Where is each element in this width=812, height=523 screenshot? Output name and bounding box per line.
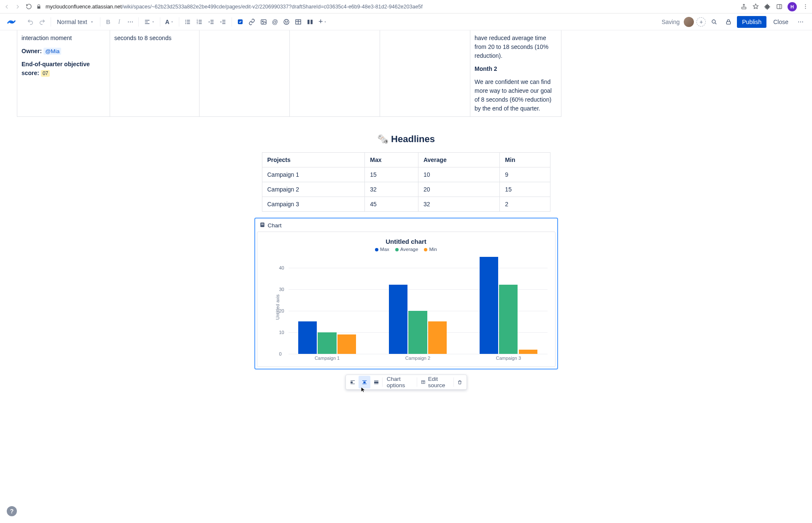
bar: [298, 321, 317, 354]
table-button[interactable]: [292, 16, 304, 28]
text-style-label: Normal text: [57, 19, 87, 25]
svg-rect-43: [261, 224, 264, 225]
svg-rect-49: [362, 384, 367, 384]
table-icon: [421, 379, 425, 385]
table-row[interactable]: Campaign 115109: [262, 167, 550, 182]
close-button[interactable]: Close: [769, 16, 793, 28]
chart-floating-toolbar: Chart options Edit source: [345, 375, 467, 390]
star-icon[interactable]: [752, 3, 759, 10]
legend-item: Average: [395, 247, 418, 252]
text-style-dropdown[interactable]: Normal text: [54, 17, 97, 27]
insert-dropdown[interactable]: +: [316, 16, 330, 28]
align-left-button[interactable]: [347, 376, 359, 388]
svg-rect-40: [727, 22, 731, 24]
svg-rect-14: [187, 23, 190, 24]
bar: [318, 332, 336, 354]
svg-rect-44: [351, 380, 355, 381]
align-dropdown[interactable]: [141, 16, 157, 28]
svg-rect-47: [362, 380, 367, 381]
svg-point-38: [712, 20, 715, 23]
mention-button[interactable]: @: [270, 16, 281, 28]
table-header: Min: [500, 153, 550, 167]
align-center-button[interactable]: [359, 376, 370, 388]
confluence-logo[interactable]: [6, 16, 17, 27]
indent-button[interactable]: [217, 16, 229, 28]
address-bar[interactable]: mycloudconfluence.atlassian.net/wiki/spa…: [35, 3, 737, 10]
search-button[interactable]: [708, 16, 720, 28]
empty-cell-2[interactable]: [290, 30, 380, 117]
align-wide-button[interactable]: [370, 376, 382, 388]
sidepanel-icon[interactable]: [776, 3, 782, 10]
svg-rect-50: [374, 380, 378, 381]
number-list-button[interactable]: 123: [194, 16, 205, 28]
emoji-button[interactable]: [281, 16, 292, 28]
url-path: /wiki/spaces/~62b23d2533a882e2be499cde/p…: [122, 4, 423, 10]
delete-button[interactable]: [454, 376, 466, 388]
bar: [480, 257, 498, 354]
svg-point-3: [805, 4, 806, 5]
kr-cell[interactable]: seconds to 8 seconds: [110, 30, 200, 117]
eoq-label: End-of-quarter objective score:: [22, 61, 90, 76]
layout-button[interactable]: [304, 16, 316, 28]
publish-button[interactable]: Publish: [737, 16, 766, 28]
link-button[interactable]: [246, 16, 258, 28]
chart-macro[interactable]: Chart Untitled chart MaxAverageMin Untit…: [254, 218, 558, 369]
y-tick: 40: [279, 265, 284, 270]
svg-rect-20: [199, 23, 202, 24]
table-cell: 2: [500, 197, 550, 212]
page-content: interaction moment Owner: @Mia End-of-qu…: [0, 30, 812, 407]
kebab-icon[interactable]: [802, 3, 809, 10]
svg-rect-46: [351, 384, 355, 384]
restrictions-button[interactable]: [723, 16, 734, 28]
chart-macro-label: Chart: [268, 222, 282, 229]
bold-button[interactable]: B: [103, 16, 114, 28]
table-cell: 10: [418, 167, 499, 182]
svg-point-10: [185, 22, 186, 22]
table-header: Average: [418, 153, 499, 167]
y-tick: 30: [279, 287, 284, 292]
table-row[interactable]: Campaign 345322: [262, 197, 550, 212]
svg-rect-21: [210, 20, 213, 20]
svg-rect-24: [222, 20, 225, 20]
textcolor-dropdown[interactable]: A: [163, 16, 176, 28]
lock-icon: [35, 3, 42, 10]
nav-forward-icon[interactable]: [14, 3, 21, 10]
add-collaborator-button[interactable]: +: [696, 17, 706, 27]
italic-button[interactable]: I: [114, 16, 125, 28]
owner-label: Owner:: [22, 48, 42, 54]
outdent-button[interactable]: [205, 16, 217, 28]
svg-rect-12: [187, 20, 190, 20]
profile-avatar[interactable]: H: [788, 2, 797, 11]
nav-reload-icon[interactable]: [25, 3, 32, 10]
browser-chrome: mycloudconfluence.atlassian.net/wiki/spa…: [0, 0, 812, 13]
chart-legend: MaxAverageMin: [263, 247, 549, 252]
empty-cell-1[interactable]: [200, 30, 290, 117]
bullet-list-button[interactable]: [182, 16, 194, 28]
campaign-table[interactable]: ProjectsMaxAverageMin Campaign 115109Cam…: [262, 152, 550, 212]
table-cell: 32: [418, 197, 499, 212]
y-tick: 0: [279, 351, 282, 356]
svg-point-9: [185, 20, 186, 21]
image-button[interactable]: [258, 16, 270, 28]
action-item-button[interactable]: [235, 16, 246, 28]
update-p2: We are confident we can find more way to…: [475, 78, 557, 113]
svg-point-29: [262, 21, 263, 22]
table-row[interactable]: Campaign 2322015: [262, 182, 550, 197]
owner-mention[interactable]: @Mia: [43, 48, 61, 55]
share-icon[interactable]: [740, 3, 747, 10]
editor-avatar[interactable]: [684, 17, 694, 27]
nav-back-icon[interactable]: [3, 3, 10, 10]
extensions-icon[interactable]: [764, 3, 771, 10]
more-actions-button[interactable]: ⋯: [795, 16, 806, 28]
objective-cell[interactable]: interaction moment Owner: @Mia End-of-qu…: [17, 30, 110, 117]
svg-line-39: [715, 23, 716, 24]
edit-source-button[interactable]: Edit source: [417, 376, 453, 388]
svg-rect-0: [742, 7, 746, 9]
redo-button[interactable]: [36, 16, 48, 28]
more-format-button[interactable]: ⋯: [125, 16, 136, 28]
update-cell[interactable]: have reduced average time from 20 to 18 …: [470, 30, 561, 117]
empty-cell-3[interactable]: [380, 30, 470, 117]
objective-line: interaction moment: [22, 34, 105, 43]
undo-button[interactable]: [24, 16, 36, 28]
chart-options-button[interactable]: Chart options: [383, 376, 417, 388]
